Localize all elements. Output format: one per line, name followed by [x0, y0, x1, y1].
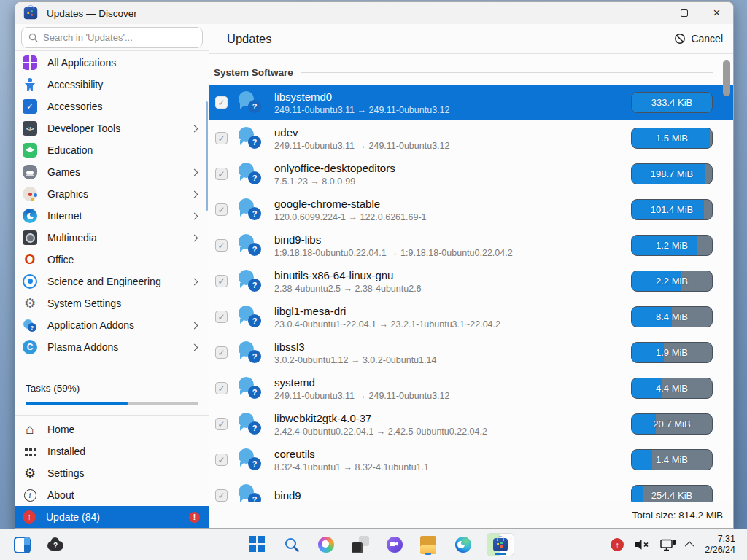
discover-taskbar-button[interactable] [487, 533, 514, 556]
internet-icon [23, 209, 37, 223]
package-row[interactable]: ✓ ? coreutils 8.32-4.1ubuntu1 → 8.32-4.1… [209, 442, 733, 478]
package-row[interactable]: ✓ ? bind9 254.4 KiB [209, 478, 733, 502]
package-row[interactable]: ✓ ? binutils-x86-64-linux-gnu 2.38-4ubun… [209, 263, 733, 299]
category-nav: All Applications Accessibility Accessori… [15, 51, 209, 376]
package-version: 120.0.6099.224-1 → 122.0.6261.69-1 [274, 211, 427, 223]
package-version: 8.32-4.1ubuntu1 → 8.32-4.1ubuntu1.1 [274, 462, 429, 473]
sidebar-item-all-applications[interactable]: All Applications [15, 52, 209, 74]
package-checkbox[interactable]: ✓ [215, 203, 228, 216]
taskbar-search-button[interactable] [283, 536, 301, 553]
minimize-button[interactable]: – [635, 2, 667, 24]
mute-icon[interactable] [635, 539, 649, 551]
package-checkbox[interactable]: ✓ [215, 96, 228, 109]
package-checkbox[interactable]: ✓ [215, 168, 228, 180]
update-icon: ↑ [23, 510, 36, 524]
active-app-indicator [495, 553, 506, 555]
chevron-up-icon[interactable] [685, 541, 694, 551]
sidebar-item-about[interactable]: About [15, 484, 209, 506]
package-version: 1:9.18.18-0ubuntu0.22.04.1 → 1:9.18.18-0… [274, 247, 513, 259]
check-icon: ✓ [217, 206, 225, 214]
package-checkbox[interactable]: ✓ [215, 418, 228, 430]
close-icon: × [713, 6, 721, 20]
sidebar-item-home[interactable]: Home [15, 419, 209, 440]
package-row[interactable]: ✓ ? bind9-libs 1:9.18.18-0ubuntu0.22.04.… [209, 228, 733, 263]
package-row[interactable]: ✓ ? libssl3 3.0.2-0ubuntu1.12 → 3.0.2-0u… [209, 335, 733, 370]
widgets-button[interactable] [13, 536, 31, 553]
package-row[interactable]: ✓ ? onlyoffice-desktopeditors 7.5.1-23 →… [209, 156, 733, 192]
package-size-progress: 8.4 MiB [631, 306, 713, 327]
package-icon: ? [239, 90, 263, 114]
sidebar-item-plasma-addons[interactable]: Plasma Addons [15, 336, 209, 358]
check-icon: ✓ [217, 349, 225, 357]
sidebar-item-office[interactable]: Office [15, 249, 209, 271]
start-button[interactable] [249, 536, 266, 553]
package-checkbox[interactable]: ✓ [215, 311, 228, 323]
package-row[interactable]: ✓ ? systemd 249.11-0ubuntu3.11 → 249.11-… [209, 370, 733, 406]
sidebar-item-graphics[interactable]: Graphics [15, 183, 209, 205]
question-glyph: ? [248, 207, 261, 220]
multimedia-icon [23, 230, 37, 245]
sidebar-item-internet[interactable]: Internet [15, 205, 209, 227]
chat-button[interactable] [386, 536, 403, 553]
question-glyph: ? [248, 457, 261, 470]
sidebar-item-developer-tools[interactable]: Developer Tools [15, 117, 209, 139]
package-checkbox[interactable]: ✓ [215, 275, 228, 287]
package-row[interactable]: ✓ ? udev 249.11-0ubuntu3.11 → 249.11-0ub… [209, 120, 733, 156]
package-version: 7.5.1-23 → 8.0.0-99 [274, 176, 395, 187]
window-title: Updates — Discover [47, 8, 137, 19]
cancel-label: Cancel [691, 33, 723, 44]
about-icon [23, 488, 37, 502]
package-checkbox[interactable]: ✓ [215, 132, 228, 144]
package-row[interactable]: ✓ ? libgl1-mesa-dri 23.0.4-0ubuntu1~22.0… [209, 299, 733, 335]
package-checkbox[interactable]: ✓ [215, 382, 228, 394]
package-row[interactable]: ✓ ? libwebkit2gtk-4.0-37 2.42.4-0ubuntu0… [209, 406, 733, 442]
question-glyph: ? [248, 493, 261, 502]
taskbar-clock[interactable]: 7:31 2/26/24 [705, 534, 735, 556]
sidebar-item-settings[interactable]: Settings [15, 462, 209, 484]
package-checkbox[interactable]: ✓ [215, 346, 228, 359]
sidebar-item-installed[interactable]: Installed [15, 440, 209, 462]
check-icon: ✓ [217, 420, 225, 429]
sidebar-scrollbar[interactable] [206, 101, 208, 211]
widgets-icon [14, 537, 31, 553]
package-size-progress: 2.2 MiB [631, 271, 713, 292]
file-explorer-button[interactable] [420, 536, 438, 553]
clock-date: 2/26/24 [705, 545, 735, 556]
package-checkbox[interactable]: ✓ [215, 239, 228, 252]
sidebar-item-games[interactable]: Games [15, 161, 209, 183]
sidebar-item-update-84[interactable]: ↑ Update (84) ! [15, 506, 209, 528]
sidebar-item-accessibility[interactable]: Accessibility [15, 74, 209, 96]
package-checkbox[interactable]: ✓ [215, 454, 228, 466]
check-icon: ✓ [217, 313, 225, 322]
section-label: System Software [214, 67, 293, 78]
sidebar-item-science-and-engineering[interactable]: Science and Engineering [15, 271, 209, 292]
taskview-button[interactable] [352, 536, 369, 553]
start-icon [249, 537, 266, 553]
package-row[interactable]: ✓ ? libsystemd0 249.11-0ubuntu3.11 → 249… [209, 85, 733, 120]
sidebar-item-education[interactable]: Education [15, 139, 209, 161]
check-icon: ✓ [217, 134, 225, 143]
weather-widget-button[interactable]: ? [47, 536, 64, 553]
titlebar[interactable]: Updates — Discover – × [15, 2, 733, 24]
search-input[interactable]: Search in 'Updates'... [21, 27, 203, 48]
copilot-button[interactable] [317, 536, 335, 553]
update-tray-icon[interactable]: ↑ [611, 538, 624, 551]
package-checkbox[interactable]: ✓ [215, 489, 228, 502]
tasks-label: Tasks (59%) [26, 383, 198, 394]
sidebar-item-application-addons[interactable]: Application Addons [15, 314, 209, 336]
sidebar-item-accessories[interactable]: Accessories [15, 96, 209, 117]
cancel-button[interactable]: Cancel [674, 33, 723, 44]
sidebar-item-system-settings[interactable]: System Settings [15, 292, 209, 314]
chevron-right-icon [191, 343, 198, 351]
sidebar-item-multimedia[interactable]: Multimedia [15, 227, 209, 249]
question-glyph: ? [248, 100, 261, 113]
close-button[interactable]: × [700, 2, 733, 24]
edge-button[interactable] [454, 536, 472, 553]
package-name: libsystemd0 [274, 90, 449, 104]
total-size-label: Total size: 814.2 MiB [632, 510, 723, 521]
list-scrollbar[interactable] [723, 60, 730, 96]
updates-list: System Software ✓ ? libsystemd0 249.11-0… [209, 54, 733, 502]
display-icon[interactable] [660, 539, 676, 551]
package-row[interactable]: ✓ ? google-chrome-stable 120.0.6099.224-… [209, 192, 733, 228]
maximize-button[interactable] [667, 2, 700, 24]
